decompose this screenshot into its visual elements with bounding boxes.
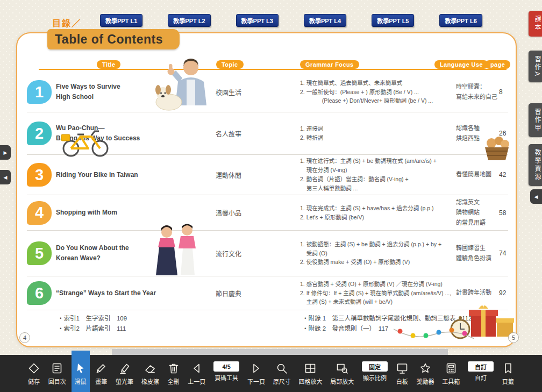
unit-language-use: 韓國練習生 體驗角色扮演 <box>456 243 499 264</box>
footnotes-left: ・索引1 生字索引 109・索引2 片語索引 111 <box>58 313 127 334</box>
unit-title[interactable]: Shopping with Mom <box>56 208 206 218</box>
ppt-button-l2[interactable]: 教學PPT L2 <box>168 14 210 27</box>
unit-topic: 溫馨小品 <box>206 208 300 217</box>
tool-delete-all[interactable]: 全刪 <box>165 355 183 392</box>
page-bottom-strip <box>112 349 448 355</box>
tool-label: 畫筆 <box>95 377 107 386</box>
page-number-chip: 4/5 <box>213 361 239 372</box>
side-tab-teaching-resources[interactable]: 教學資源 <box>529 144 542 186</box>
tool-label: 全刪 <box>168 377 180 386</box>
unit-number-badge[interactable]: 1 <box>27 80 52 104</box>
tool-label: 四格放大 <box>298 377 322 386</box>
trash-icon <box>167 361 180 375</box>
right-collapse-button[interactable]: ◀ <box>530 189 542 204</box>
chevron-right-icon: ▶ <box>4 150 8 155</box>
tool-page-number-tool[interactable]: 4/5頁碼工具 <box>211 355 242 392</box>
tool-label: 顯示比例 <box>363 373 387 382</box>
unit-title[interactable]: “Strange” Ways to Start the Year <box>56 288 206 298</box>
side-tab-workbook-jia[interactable]: 習作甲 <box>529 103 542 137</box>
side-tab-textbook[interactable]: 課本 <box>529 11 542 37</box>
tool-eraser[interactable]: 橡皮擦 <box>139 355 162 392</box>
unit-number-badge[interactable]: 6 <box>27 281 52 305</box>
tool-label: 自訂 <box>475 373 487 382</box>
unit-badge-cell: 4 <box>27 201 56 225</box>
app-screen: 教學PPT L1教學PPT L2教學PPT L3教學PPT L4教學PPT L5… <box>0 0 542 392</box>
side-tab-workbook-a[interactable]: 習作A <box>529 51 542 82</box>
toc-row-unit-6: 6“Strange” Ways to Start the Year節日慶典1. … <box>27 276 508 310</box>
toc-banner-title: Table of Contents <box>55 32 163 47</box>
tool-label: 局部放大 <box>330 377 354 386</box>
tool-label: 頁籤 <box>502 377 514 386</box>
fixed-ratio-chip: 固定 <box>362 361 388 372</box>
tool-four-grid-zoom[interactable]: 四格放大 <box>296 355 325 392</box>
page-forward-button[interactable]: ▶ <box>0 145 11 160</box>
tool-label: 螢光筆 <box>116 377 133 386</box>
footnote-line: ・附錄 1 第三人稱單數動詞字尾變化規則、動詞三態表 112 <box>302 313 472 324</box>
unit-title[interactable]: Five Ways to Survive High School <box>56 82 206 102</box>
ppt-button-l5[interactable]: 教學PPT L5 <box>372 14 414 27</box>
unit-language-use: 認識各種 烘焙西點 <box>456 123 499 144</box>
tool-label: 儲存 <box>28 377 40 386</box>
star-icon <box>419 361 432 375</box>
unit-page-number: 58 <box>499 209 508 217</box>
tool-original-size[interactable]: 原尺寸 <box>270 355 294 392</box>
unit-page-number: 26 <box>499 130 508 137</box>
side-tab-rail: 課本習作A習作甲教學資源 <box>528 0 542 355</box>
unit-number-badge[interactable]: 3 <box>27 163 52 187</box>
ppt-button-row: 教學PPT L1教學PPT L2教學PPT L3教學PPT L4教學PPT L5… <box>100 14 482 27</box>
column-header-grammar-focus: Grammar Focus <box>300 60 359 69</box>
unit-title[interactable]: Riding Your Bike in Taiwan <box>56 170 206 180</box>
footnote-line: ・附錄 2 發音規則（一） 117 <box>302 324 472 334</box>
custom-chip: 自訂 <box>468 361 494 372</box>
unit-page-number: 74 <box>499 250 508 257</box>
ppt-button-l1[interactable]: 教學PPT L1 <box>100 14 142 27</box>
ppt-button-l3[interactable]: 教學PPT L3 <box>236 14 279 27</box>
tool-highlighter[interactable]: 螢光筆 <box>113 355 136 392</box>
four-pane-icon <box>304 361 317 375</box>
unit-title[interactable]: Wu Pao-Chun— Baking His Way to Success <box>56 123 206 143</box>
unit-title[interactable]: Do You Know About the Korean Wave? <box>56 243 206 263</box>
page-back-button[interactable]: ◀ <box>0 170 11 184</box>
unit-grammar: 1. 現在簡單式、過去簡單式、未來簡單式 2. 一般祈使句：(Please + … <box>300 79 456 105</box>
tool-whiteboard[interactable]: 白板 <box>393 355 411 392</box>
unit-topic: 節日慶典 <box>206 289 300 298</box>
chevron-left-icon: ◀ <box>4 175 8 180</box>
tool-back-to-toc[interactable]: 回目次 <box>46 355 69 392</box>
tool-reward[interactable]: 獎勵器 <box>413 355 437 392</box>
unit-language-use: 看懂簡易地圖 <box>456 169 499 180</box>
unit-grammar: 1. 連接詞 2. 轉折詞 <box>300 124 456 142</box>
tool-save[interactable]: 儲存 <box>25 355 43 392</box>
tool-page-tabs[interactable]: 頁籤 <box>499 355 517 392</box>
ppt-button-l4[interactable]: 教學PPT L4 <box>304 14 346 27</box>
magnifier-icon <box>275 361 288 375</box>
triangle-left-icon <box>190 361 203 375</box>
tool-next-page[interactable]: 下一頁 <box>245 355 268 392</box>
unit-number-badge[interactable]: 4 <box>27 201 52 225</box>
tool-prev-page[interactable]: 上一頁 <box>185 355 208 392</box>
whiteboard-icon <box>396 361 409 375</box>
column-header-language-use: Language Use <box>434 60 488 69</box>
unit-topic: 校園生活 <box>206 88 300 97</box>
unit-grammar: 1. 現在進行式：主詞 (S) + be 動詞現在式 (am/are/is) +… <box>300 156 456 193</box>
tool-mouse[interactable]: 滑鼠 <box>72 351 90 392</box>
tool-label: 獎勵器 <box>416 377 434 386</box>
ppt-button-l6[interactable]: 教學PPT L6 <box>439 14 482 27</box>
tool-toolbox[interactable]: 工具箱 <box>439 355 462 392</box>
tool-label: 工具箱 <box>442 377 460 386</box>
unit-badge-cell: 3 <box>27 163 56 187</box>
column-header-page: page <box>485 60 510 69</box>
toolbox-icon <box>445 361 458 375</box>
eraser-icon <box>144 361 156 375</box>
pen-icon <box>95 361 108 375</box>
tool-area-zoom[interactable]: 局部放大 <box>327 355 356 392</box>
tool-label: 頁碼工具 <box>215 373 238 382</box>
mouse-cursor-icon <box>74 361 87 375</box>
unit-grammar: 1. 現在完成式：主詞 (S) + have/has + 過去分詞 (p.p.)… <box>300 204 456 222</box>
tool-display-ratio[interactable]: 固定顯示比例 <box>359 355 390 392</box>
unit-number-badge[interactable]: 2 <box>27 122 52 145</box>
toc-row-unit-3: 3Riding Your Bike in Taiwan運動休閒1. 現在進行式：… <box>27 155 508 195</box>
unit-topic: 流行文化 <box>206 249 300 258</box>
unit-number-badge[interactable]: 5 <box>27 241 52 265</box>
tool-custom[interactable]: 自訂自訂 <box>465 355 496 392</box>
tool-pen[interactable]: 畫筆 <box>92 355 110 392</box>
